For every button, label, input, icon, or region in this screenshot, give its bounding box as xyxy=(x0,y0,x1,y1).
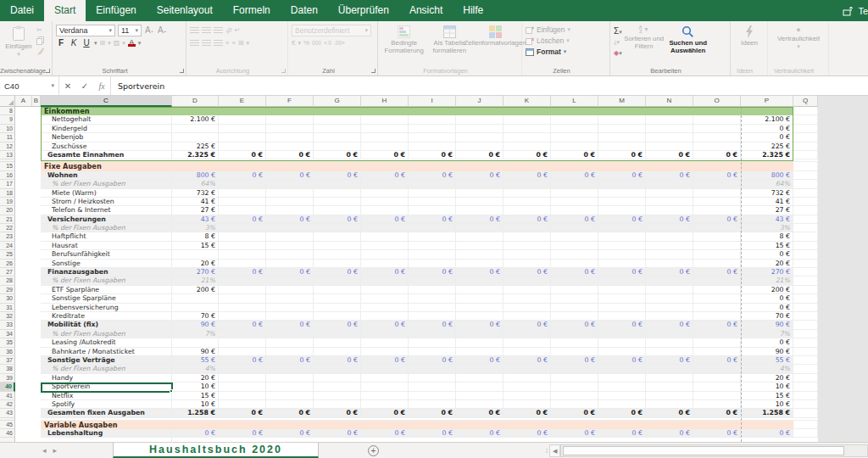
cell-M40[interactable] xyxy=(598,383,646,391)
cell-N15[interactable] xyxy=(646,162,693,170)
cell-E12[interactable] xyxy=(219,142,266,151)
cell-F29[interactable] xyxy=(266,286,314,294)
cell-K18[interactable] xyxy=(504,189,551,198)
cell-D24[interactable]: 15 € xyxy=(172,242,219,250)
format-painter-icon[interactable] xyxy=(36,47,44,56)
cell-K21[interactable]: 0 € xyxy=(504,215,551,224)
cell-P46[interactable]: 0 € xyxy=(741,429,793,438)
column-header-D[interactable]: D xyxy=(172,96,219,107)
cell-Q30[interactable] xyxy=(793,294,818,303)
cell-E30[interactable] xyxy=(219,294,266,303)
cell-C17[interactable]: % der Fixen Ausgaben xyxy=(41,180,172,188)
cell-L29[interactable] xyxy=(551,286,598,294)
cell-P23[interactable]: 8 € xyxy=(741,232,793,241)
cell-H17[interactable] xyxy=(361,180,409,188)
cell-G33[interactable]: 0 € xyxy=(314,321,361,329)
merge-center-icon[interactable]: ⊞ xyxy=(238,39,244,47)
cell-G24[interactable] xyxy=(314,242,361,250)
cell-G21[interactable]: 0 € xyxy=(314,215,361,224)
cell-F27[interactable]: 0 € xyxy=(266,268,314,276)
cell-D20[interactable]: 27 € xyxy=(172,206,219,215)
cell-K42[interactable] xyxy=(504,400,551,409)
cell-J45[interactable] xyxy=(456,421,504,429)
row-header-12[interactable]: 12 xyxy=(0,142,15,151)
cell-G32[interactable] xyxy=(314,312,361,321)
cell-G36[interactable] xyxy=(314,348,361,356)
cell-P41[interactable]: 15 € xyxy=(741,392,793,400)
cell-L8[interactable] xyxy=(551,107,598,115)
cell-K41[interactable] xyxy=(504,392,551,400)
align-top-icon[interactable] xyxy=(190,27,199,34)
cell-H27[interactable]: 0 € xyxy=(361,268,409,276)
cell-K10[interactable] xyxy=(504,125,551,133)
cell-F9[interactable] xyxy=(266,115,314,124)
cell-G27[interactable]: 0 € xyxy=(314,268,361,276)
cell-I36[interactable] xyxy=(409,348,456,356)
cell-Q42[interactable] xyxy=(793,400,818,409)
cell-N17[interactable] xyxy=(646,180,693,188)
cell-L13[interactable]: 0 € xyxy=(551,151,598,159)
cell-Q23[interactable] xyxy=(793,232,818,241)
cell-M15[interactable] xyxy=(598,162,646,170)
cell-Q27[interactable] xyxy=(793,268,818,276)
cell-O18[interactable] xyxy=(693,189,741,198)
cell-N46[interactable]: 0 € xyxy=(646,429,693,438)
cell-J42[interactable] xyxy=(456,400,504,409)
ribbon-tab-einfügen[interactable]: Einfügen xyxy=(86,0,146,21)
cell-N10[interactable] xyxy=(646,125,693,133)
cells-ab[interactable] xyxy=(15,365,41,373)
cell-D16[interactable]: 800 € xyxy=(172,171,219,180)
cell-G46[interactable]: 0 € xyxy=(314,429,361,438)
cell-M30[interactable] xyxy=(598,294,646,303)
cell-E25[interactable] xyxy=(219,250,266,259)
cells-ab[interactable] xyxy=(15,151,41,159)
align-middle-icon[interactable] xyxy=(202,27,211,34)
cell-J28[interactable] xyxy=(456,276,504,285)
cell-E19[interactable] xyxy=(219,198,266,206)
cell-C46[interactable]: Lebenshaltung xyxy=(41,429,172,438)
cell-F38[interactable] xyxy=(266,365,314,373)
cell-I40[interactable] xyxy=(409,383,456,391)
cell-P42[interactable]: 10 € xyxy=(741,400,793,409)
cell-Q9[interactable] xyxy=(793,115,818,124)
cell-G22[interactable] xyxy=(314,224,361,232)
ribbon-tab-hilfe[interactable]: Hilfe xyxy=(453,0,493,21)
select-all-corner[interactable] xyxy=(0,96,15,107)
cell-M18[interactable] xyxy=(598,189,646,198)
cell-M42[interactable] xyxy=(598,400,646,409)
cell-O35[interactable] xyxy=(693,338,741,347)
cell-L39[interactable] xyxy=(551,374,598,383)
cell-C16[interactable]: Wohnen xyxy=(41,171,172,180)
cell-G29[interactable] xyxy=(314,286,361,294)
cell-K24[interactable] xyxy=(504,242,551,250)
dialog-launcher-icon[interactable] xyxy=(371,69,376,73)
cell-Q41[interactable] xyxy=(793,392,818,400)
cell-M36[interactable] xyxy=(598,348,646,356)
italic-button[interactable]: K xyxy=(69,38,79,47)
wrap-text-icon[interactable]: ↵ xyxy=(235,26,241,34)
cell-P35[interactable]: 0 € xyxy=(741,338,793,347)
cell-E33[interactable]: 0 € xyxy=(219,321,266,329)
cell-E22[interactable] xyxy=(219,224,266,232)
cell-O8[interactable] xyxy=(693,107,741,115)
cell-H32[interactable] xyxy=(361,312,409,321)
cell-G40[interactable] xyxy=(314,383,361,391)
cells-ab[interactable] xyxy=(15,429,41,438)
cell-L10[interactable] xyxy=(551,125,598,133)
cell-O12[interactable] xyxy=(693,142,741,151)
cell-E11[interactable] xyxy=(219,133,266,142)
cell-L46[interactable]: 0 € xyxy=(551,429,598,438)
cell-G39[interactable] xyxy=(314,374,361,383)
cell-H20[interactable] xyxy=(361,206,409,215)
cell-L25[interactable] xyxy=(551,250,598,259)
cell-Q36[interactable] xyxy=(793,348,818,356)
cell-H45[interactable] xyxy=(361,421,409,429)
cell-Q21[interactable] xyxy=(793,215,818,224)
cell-K19[interactable] xyxy=(504,198,551,206)
cell-D11[interactable] xyxy=(172,133,219,142)
cell-Q12[interactable] xyxy=(793,142,818,151)
cell-L26[interactable] xyxy=(551,260,598,268)
cell-J36[interactable] xyxy=(456,348,504,356)
borders-icon[interactable]: ⊞ xyxy=(100,39,106,47)
cell-O15[interactable] xyxy=(693,162,741,170)
